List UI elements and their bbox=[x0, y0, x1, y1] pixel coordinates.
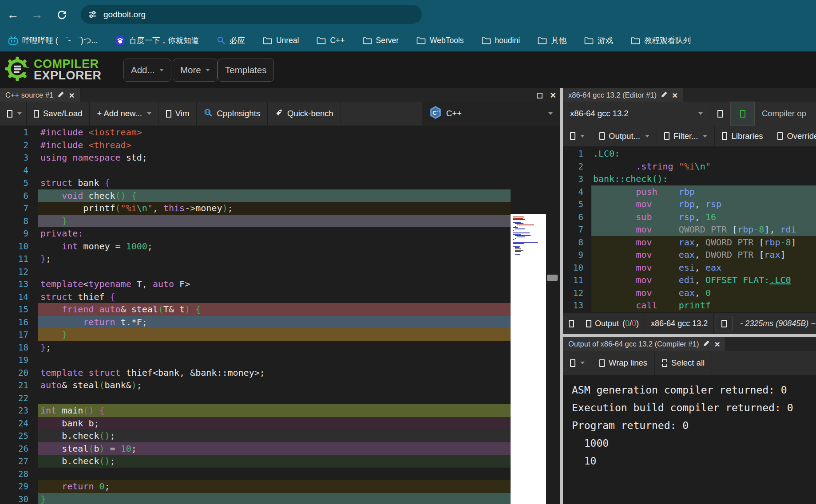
code-line[interactable]: 13 call printf bbox=[563, 299, 816, 312]
tab-compiler[interactable]: x86-64 gcc 13.2 (Editor #1) × bbox=[563, 88, 683, 102]
code-line[interactable]: 5 mov rbp, rsp bbox=[563, 198, 816, 211]
cppinsights-button[interactable]: ++ CppInsights bbox=[197, 102, 268, 126]
close-panel-icon[interactable]: × bbox=[550, 91, 556, 100]
maximize-icon[interactable] bbox=[537, 93, 543, 98]
bookmark-item[interactable]: houdini bbox=[482, 36, 520, 45]
edit-icon[interactable] bbox=[661, 91, 668, 99]
code-line[interactable]: 21auto& steal(bank&); bbox=[0, 379, 560, 392]
code-line[interactable]: 20template struct thief<bank, &bank::mon… bbox=[0, 366, 560, 379]
code-line[interactable]: 23int main() { bbox=[0, 404, 560, 417]
code-line[interactable]: 6 void check() { bbox=[0, 189, 560, 202]
code-line[interactable]: 27 b.check(); bbox=[0, 455, 560, 468]
bookmark-item[interactable]: C++ bbox=[317, 36, 345, 45]
reload-icon[interactable] bbox=[53, 6, 70, 23]
code-line[interactable]: 11}; bbox=[0, 252, 560, 265]
code-line[interactable]: 12 bbox=[0, 265, 560, 278]
code-line[interactable]: 24 bank b; bbox=[0, 417, 560, 430]
code-line[interactable]: 15 friend auto& steal(T& t) { bbox=[0, 303, 560, 316]
code-line[interactable]: 3bank::check(): bbox=[563, 173, 816, 185]
code-line[interactable]: 4 bbox=[0, 164, 560, 177]
bookmark-item[interactable]: 哔哩哔哩 ( ゜- ゜)つ... bbox=[8, 35, 98, 46]
close-icon[interactable]: × bbox=[69, 91, 74, 100]
bookmark-item[interactable]: Server bbox=[363, 36, 399, 45]
code-line[interactable]: 22 bbox=[0, 392, 560, 405]
forward-icon[interactable]: → bbox=[28, 6, 45, 23]
more-button[interactable]: More bbox=[173, 59, 218, 82]
execute-button[interactable] bbox=[730, 102, 755, 126]
tab-output[interactable]: Output of x86-64 gcc 13.2 (Compiler #1) … bbox=[563, 337, 726, 351]
libraries-button[interactable]: Libraries bbox=[715, 126, 770, 146]
code-line[interactable]: 1#include <iostream> bbox=[0, 126, 560, 139]
status-tool-button[interactable] bbox=[563, 313, 580, 334]
code-line[interactable]: 4 push rbp bbox=[563, 185, 816, 198]
templates-button[interactable]: Templates bbox=[218, 59, 274, 82]
tab-source[interactable]: C++ source #1 × bbox=[0, 88, 80, 102]
tune-icon[interactable] bbox=[88, 10, 97, 19]
url-bar[interactable]: godbolt.org bbox=[81, 5, 422, 24]
wrap-lines-button[interactable]: Wrap lines bbox=[592, 351, 655, 375]
language-select[interactable]: C++ C++ bbox=[422, 102, 560, 126]
code-line[interactable]: 12 mov eax, 0 bbox=[563, 287, 816, 299]
code-line[interactable]: 18}; bbox=[0, 341, 560, 354]
code-line[interactable]: 14struct thief { bbox=[0, 291, 560, 303]
code-line[interactable]: 17 } bbox=[0, 328, 560, 341]
source-editor[interactable]: 1#include <iostream>2#include <thread>3u… bbox=[0, 126, 560, 504]
code-line[interactable]: 16 return t.*F; bbox=[0, 316, 560, 329]
bookmark-item[interactable]: 教程观看队列 bbox=[631, 35, 691, 46]
code-line[interactable]: 9 mov eax, DWORD PTR [rax] bbox=[563, 248, 816, 261]
vim-button[interactable]: Vim bbox=[159, 102, 197, 126]
bookmark-item[interactable]: 其他 bbox=[538, 35, 566, 46]
add-new-button[interactable]: + Add new... bbox=[90, 102, 158, 126]
code-line[interactable]: 19 bbox=[0, 354, 560, 366]
back-icon[interactable]: ← bbox=[4, 6, 21, 23]
minimap[interactable] bbox=[511, 214, 546, 504]
close-icon[interactable]: × bbox=[714, 339, 720, 349]
quickbench-button[interactable]: Quick-bench bbox=[268, 102, 341, 126]
asm-editor[interactable]: 1.LC0:2 .string "%i\n"3bank::check():4 p… bbox=[563, 146, 816, 313]
bookmark-item[interactable]: WebTools bbox=[416, 36, 464, 45]
code-line[interactable]: 30} bbox=[0, 493, 560, 504]
editor-menu-button[interactable] bbox=[0, 102, 27, 126]
code-line[interactable]: 5struct bank { bbox=[0, 177, 560, 189]
overrides-button[interactable]: Overrides bbox=[770, 126, 816, 146]
code-line[interactable]: 10 int money = 1000; bbox=[0, 240, 560, 253]
bookmark-item[interactable]: 游戏 bbox=[584, 35, 613, 46]
compiler-options-input[interactable]: Compiler op bbox=[755, 102, 816, 126]
code-line[interactable]: 2 .string "%i\n" bbox=[563, 160, 816, 173]
code-line[interactable]: 9private: bbox=[0, 227, 560, 240]
close-icon[interactable]: × bbox=[672, 91, 677, 100]
add-button[interactable]: Add... bbox=[123, 59, 171, 82]
code-line[interactable]: 8 } bbox=[0, 215, 560, 228]
code-line[interactable]: 11 mov edi, OFFSET FLAT:.LC0 bbox=[563, 274, 816, 287]
code-line[interactable]: 25 b.check(); bbox=[0, 429, 560, 442]
bookmark-item[interactable]: 百度一下，你就知道 bbox=[115, 35, 199, 46]
code-line[interactable]: 7 mov QWORD PTR [rbp-8], rdi bbox=[563, 223, 816, 236]
output-menu-button[interactable]: Output... bbox=[592, 126, 657, 146]
select-all-button[interactable]: Select all bbox=[655, 351, 712, 375]
output-menu-button[interactable] bbox=[563, 351, 592, 375]
code-line[interactable]: 3using namespace std; bbox=[0, 151, 560, 164]
filter-menu-button[interactable]: Filter... bbox=[657, 126, 715, 146]
asm-menu-button[interactable] bbox=[563, 126, 592, 146]
code-line[interactable]: 13template<typename T, auto F> bbox=[0, 278, 560, 291]
code-line[interactable]: 29 return 0; bbox=[0, 480, 560, 493]
code-line[interactable]: 8 mov rax, QWORD PTR [rbp-8] bbox=[563, 236, 816, 249]
compiler-explorer-logo[interactable]: COMPILER EXPLORER bbox=[4, 56, 102, 83]
code-line[interactable]: 1.LC0: bbox=[563, 147, 816, 160]
save-load-button[interactable]: Save/Load bbox=[27, 102, 90, 126]
compiler-tool-button[interactable] bbox=[710, 102, 730, 126]
code-line[interactable]: 26 steal(b) = 10; bbox=[0, 442, 560, 455]
code-line[interactable]: 7 printf("%i\n", this->money); bbox=[0, 202, 560, 215]
code-line[interactable]: 6 sub rsp, 16 bbox=[563, 211, 816, 224]
edit-icon[interactable] bbox=[703, 340, 710, 348]
compiler-select[interactable]: x86-64 gcc 13.2 bbox=[563, 102, 710, 126]
edit-icon[interactable] bbox=[58, 91, 64, 99]
status-compiler-name[interactable]: x86-64 gcc 13.2 bbox=[645, 313, 714, 334]
bookmark-item[interactable]: Unreal bbox=[263, 36, 299, 45]
scrollbar-thumb[interactable] bbox=[547, 275, 558, 281]
status-output-button[interactable]: Output (0/0) bbox=[580, 313, 645, 334]
code-line[interactable]: 10 mov esi, eax bbox=[563, 261, 816, 274]
status-tool-button2[interactable] bbox=[716, 316, 733, 331]
code-line[interactable]: 2#include <thread> bbox=[0, 139, 560, 152]
code-line[interactable]: 28 bbox=[0, 468, 560, 480]
